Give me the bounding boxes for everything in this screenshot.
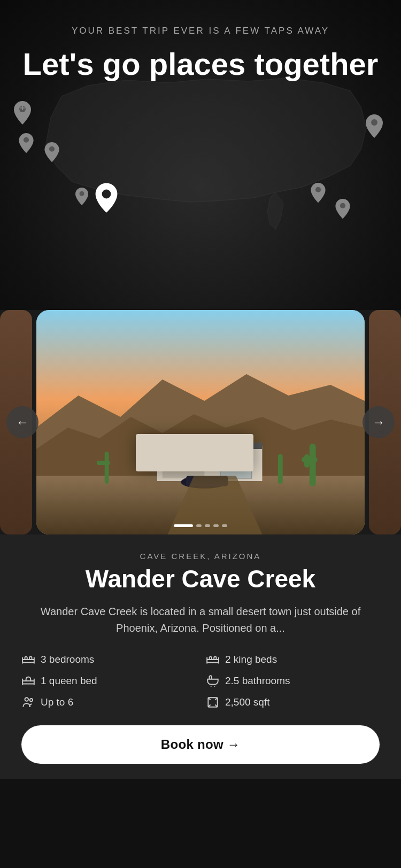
svg-rect-14 <box>163 449 205 478</box>
svg-point-25 <box>25 698 29 702</box>
map-pin-7 <box>74 186 90 205</box>
hero-tagline: YOUR BEST TRIP EVER IS A FEW TAPS AWAY <box>0 26 401 36</box>
svg-rect-13 <box>157 443 262 449</box>
carousel-track <box>0 310 401 534</box>
stat-guests-label: Up to 6 <box>41 696 73 708</box>
stat-bedrooms-label: 3 bedrooms <box>41 654 94 665</box>
stat-sqft-label: 2,500 sqft <box>225 696 269 708</box>
dot-3 <box>205 524 210 527</box>
stat-queen-bed-label: 1 queen bed <box>41 675 97 687</box>
svg-rect-15 <box>220 452 252 478</box>
image-dots <box>174 524 227 527</box>
stat-guests: Up to 6 <box>21 695 195 709</box>
map-pin-4 <box>364 112 385 138</box>
svg-rect-24 <box>97 461 110 465</box>
dot-2 <box>196 524 202 527</box>
bath-icon <box>206 674 220 688</box>
property-description: Wander Cave Creek is located in a small … <box>21 603 380 637</box>
area-icon <box>206 695 220 709</box>
map-pin-1 <box>12 99 33 125</box>
stat-bathrooms-label: 2.5 bathrooms <box>225 675 290 687</box>
stat-bathrooms: 2.5 bathrooms <box>206 674 380 688</box>
property-stats: 3 bedrooms 2 king beds 1 queen bed 2.5 b… <box>21 653 380 709</box>
property-scene-svg <box>36 310 365 534</box>
book-now-button[interactable]: Book now → <box>21 725 380 764</box>
property-location: CAVE CREEK, ARIZONA <box>21 552 380 561</box>
svg-rect-23 <box>105 452 109 484</box>
map-pin-3 <box>43 140 61 162</box>
svg-rect-19 <box>310 444 316 486</box>
next-button[interactable]: → <box>363 406 395 438</box>
stat-bedrooms: 3 bedrooms <box>21 653 195 666</box>
map-pin-active <box>94 182 119 213</box>
svg-point-5 <box>340 203 345 208</box>
carousel-section: ← → <box>0 310 401 534</box>
stat-sqft: 2,500 sqft <box>206 695 380 709</box>
property-name: Wander Cave Creek <box>21 566 380 592</box>
map-svg <box>19 53 382 246</box>
svg-point-6 <box>80 191 84 196</box>
svg-rect-21 <box>304 454 310 468</box>
stat-king-beds-label: 2 king beds <box>225 654 277 665</box>
svg-point-7 <box>102 190 111 199</box>
svg-point-26 <box>30 699 33 701</box>
dot-4 <box>213 524 219 527</box>
prev-icon: ← <box>16 415 29 430</box>
dot-1 <box>174 524 193 527</box>
bed-icon-3 <box>21 674 35 688</box>
property-card-main <box>36 310 365 534</box>
svg-point-4 <box>315 187 321 192</box>
svg-point-3 <box>371 119 377 126</box>
stat-king-beds: 2 king beds <box>206 653 380 666</box>
property-image <box>36 310 365 534</box>
prev-button[interactable]: ← <box>6 406 38 438</box>
property-info-panel: CAVE CREEK, ARIZONA Wander Cave Creek Wa… <box>0 534 401 779</box>
hero-section: YOUR BEST TRIP EVER IS A FEW TAPS AWAY L… <box>0 0 401 310</box>
map-pin-5 <box>309 181 327 203</box>
map-pin-6 <box>334 197 352 219</box>
hero-title: Let's go places together <box>0 47 401 81</box>
bed-icon-1 <box>21 653 35 666</box>
stat-queen-bed: 1 queen bed <box>21 674 195 688</box>
svg-point-1 <box>24 137 29 143</box>
svg-point-2 <box>49 146 55 152</box>
dot-5 <box>222 524 227 527</box>
map-pin-2 <box>17 131 35 153</box>
people-icon <box>21 695 35 709</box>
bed-icon-2 <box>206 653 220 666</box>
svg-rect-22 <box>278 454 283 484</box>
next-icon: → <box>372 415 385 430</box>
